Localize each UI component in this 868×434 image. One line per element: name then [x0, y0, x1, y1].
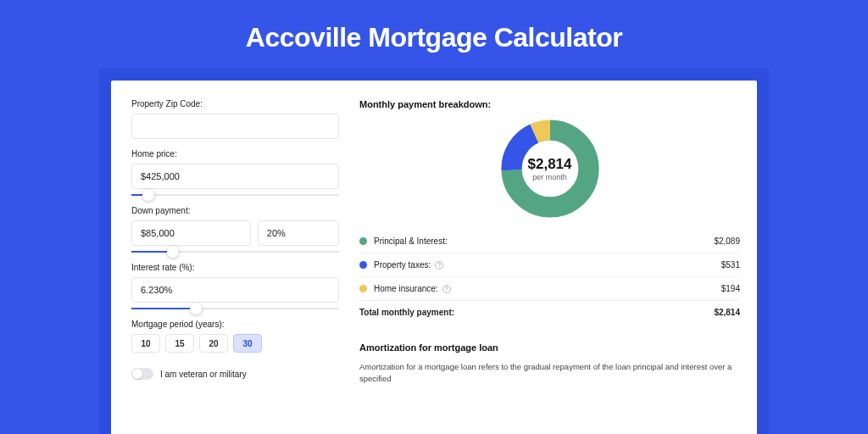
amortization-text: Amortization for a mortgage loan refers …	[359, 361, 740, 386]
toggle-knob	[132, 369, 142, 379]
period-button-20[interactable]: 20	[199, 334, 228, 353]
form-column: Property Zip Code: Home price: Down paym…	[131, 99, 339, 434]
total-label: Total monthly payment:	[359, 308, 454, 317]
down-payment-pct-input[interactable]	[258, 220, 339, 246]
legend-dot	[359, 285, 367, 292]
home-price-label: Home price:	[131, 149, 339, 159]
home-price-slider-thumb[interactable]	[142, 189, 154, 201]
down-payment-group: Down payment:	[131, 206, 339, 246]
amortization-section: Amortization for mortgage loan Amortizat…	[359, 342, 740, 386]
donut-center: $2,814 per month	[499, 118, 601, 220]
period-row: 10152030	[131, 334, 339, 353]
legend-value: $531	[721, 260, 740, 270]
interest-group: Interest rate (%):	[131, 263, 339, 303]
legend-label: Principal & Interest:	[374, 236, 448, 246]
legend-value: $2,089	[714, 236, 740, 246]
legend-row: Principal & Interest:$2,089	[359, 230, 740, 253]
breakdown-column: Monthly payment breakdown: $2,814 per mo…	[359, 99, 740, 434]
zip-group: Property Zip Code:	[131, 99, 339, 139]
zip-input[interactable]	[131, 114, 339, 139]
period-group: Mortgage period (years): 10152030	[131, 320, 339, 353]
veteran-row: I am veteran or military	[131, 368, 339, 380]
legend-row: Home insurance:?$194	[359, 277, 740, 301]
page-root: Accoville Mortgage Calculator Property Z…	[0, 0, 868, 434]
home-price-group: Home price:	[131, 149, 339, 189]
down-payment-slider-thumb[interactable]	[167, 246, 179, 258]
period-button-30[interactable]: 30	[233, 334, 262, 353]
period-button-10[interactable]: 10	[131, 334, 160, 353]
veteran-toggle[interactable]	[131, 368, 153, 380]
zip-label: Property Zip Code:	[131, 99, 339, 108]
calculator-panel: Property Zip Code: Home price: Down paym…	[111, 81, 757, 434]
donut-amount: $2,814	[528, 156, 572, 173]
interest-slider[interactable]	[131, 308, 339, 309]
donut-sub: per month	[532, 173, 567, 181]
donut-wrap: $2,814 per month	[359, 118, 740, 220]
period-button-15[interactable]: 15	[165, 334, 194, 353]
legend-total-row: Total monthly payment:$2,814	[359, 301, 740, 324]
home-price-slider[interactable]	[131, 194, 339, 196]
home-price-input[interactable]	[131, 164, 339, 189]
legend-value: $194	[721, 284, 740, 293]
legend-label: Property taxes:	[374, 260, 431, 270]
veteran-label: I am veteran or military	[160, 370, 247, 379]
down-payment-slider[interactable]	[131, 251, 339, 253]
help-icon[interactable]: ?	[435, 261, 443, 270]
amortization-title: Amortization for mortgage loan	[359, 342, 740, 353]
interest-input[interactable]	[131, 277, 339, 303]
legend: Principal & Interest:$2,089Property taxe…	[359, 230, 740, 324]
page-title: Accoville Mortgage Calculator	[246, 22, 622, 53]
interest-label: Interest rate (%):	[131, 263, 339, 272]
breakdown-title: Monthly payment breakdown:	[359, 99, 740, 109]
help-icon[interactable]: ?	[442, 285, 451, 293]
legend-label: Home insurance:	[374, 284, 438, 293]
period-label: Mortgage period (years):	[131, 320, 339, 329]
legend-dot	[359, 237, 367, 245]
total-value: $2,814	[714, 308, 740, 317]
app-frame: Property Zip Code: Home price: Down paym…	[99, 69, 769, 434]
down-payment-label: Down payment:	[131, 206, 339, 215]
down-payment-input[interactable]	[131, 220, 251, 246]
legend-row: Property taxes:?$531	[359, 253, 740, 277]
interest-slider-thumb[interactable]	[190, 303, 202, 314]
donut-chart: $2,814 per month	[499, 118, 601, 220]
legend-dot	[359, 261, 367, 269]
